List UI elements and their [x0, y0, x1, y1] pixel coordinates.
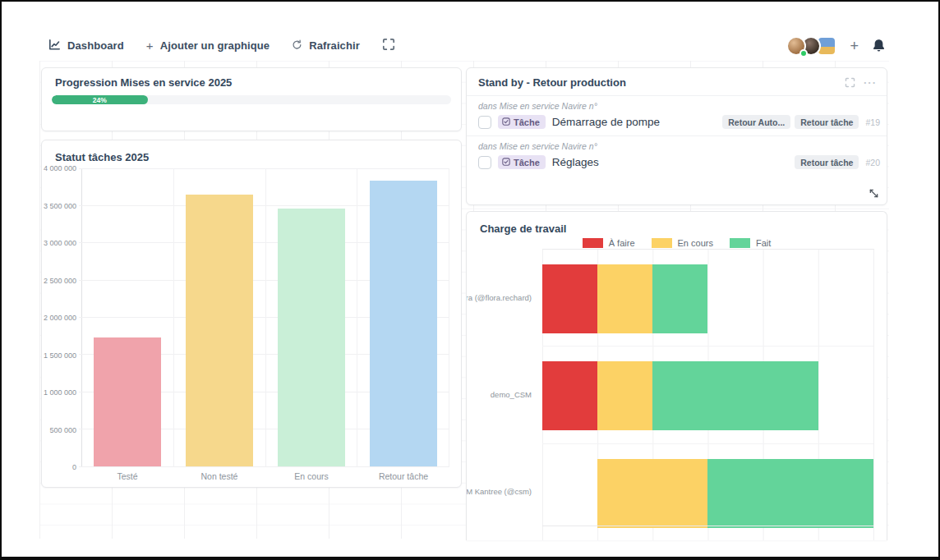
task-context: dans Mise en service Navire n° [478, 141, 880, 151]
legend-item--faire[interactable]: À faire [583, 238, 635, 248]
standby-card-header: Stand by - Retour production ··· [467, 68, 887, 95]
workload-chart-title: Charge de travail [480, 223, 567, 235]
add-chart-label: Ajouter un graphique [160, 39, 270, 52]
workload-row-labels: Flora (@flora.rechard)demo_CSMCSM Kantre… [467, 249, 542, 540]
legend-label: À faire [609, 238, 635, 248]
plus-icon: + [146, 39, 154, 52]
avatar-group[interactable] [786, 36, 836, 56]
app-window: Dashboard + Ajouter un graphique Rafraic… [0, 0, 940, 560]
status-chart-card: Statut tâches 2025 4 000 0003 500 0003 0… [41, 140, 462, 488]
y-tick-label: 3 000 000 [44, 239, 76, 247]
card-menu-button[interactable]: ··· [864, 79, 877, 87]
stacked-bar [542, 264, 873, 333]
segment-fait [652, 264, 707, 333]
workload-legend: À faireEn coursFait [467, 238, 887, 248]
task-item: dans Mise en service Navire n° Tâche Rég… [467, 135, 887, 176]
legend-label: En cours [678, 238, 713, 248]
stacked-bar [542, 459, 873, 528]
progress-bar-fill: 24% [52, 95, 148, 104]
row-label-text: Flora (@flora.rechard) [467, 293, 532, 302]
status-chart-y-axis: 4 000 0003 500 0003 000 0002 500 0002 00… [45, 168, 81, 467]
progress-card-title: Progression Mises en service 2025 [55, 76, 451, 89]
y-tick-label: 1 500 000 [44, 351, 76, 360]
segment-en-cours [597, 264, 652, 333]
legend-swatch [583, 238, 603, 248]
segment-fait [652, 361, 818, 430]
task-item: dans Mise en service Navire n° Tâche Dém… [467, 95, 887, 135]
checked-box-icon [502, 158, 510, 168]
row-label-text: demo_CSM [491, 390, 532, 399]
refresh-label: Rafraichir [309, 39, 360, 52]
dashboard-label: Dashboard [67, 39, 124, 52]
progress-card: Progression Mises en service 2025 24% [41, 67, 462, 131]
diagonal-resize-icon [869, 189, 879, 201]
task-type-label: Tâche [514, 158, 540, 168]
stacked-bar [542, 361, 873, 430]
notifications-button[interactable] [872, 39, 886, 53]
task-type-badge: Tâche [498, 155, 546, 169]
row-label-text: CSM Kantree (@csm) [467, 487, 532, 496]
task-title[interactable]: Réglages [552, 156, 599, 168]
checked-box-icon [502, 117, 510, 127]
task-title[interactable]: Démarrage de pompe [552, 116, 660, 128]
legend-label: Fait [756, 238, 771, 248]
y-tick-label: 2 000 000 [44, 314, 76, 322]
x-tick-label: Testé [81, 467, 173, 482]
y-tick-label: 0 [72, 463, 76, 471]
fullscreen-button[interactable] [382, 38, 395, 53]
status-chart-columns [82, 168, 449, 466]
task-checkbox[interactable] [478, 156, 491, 169]
bar-en-cours [278, 209, 345, 466]
workload-chart: Flora (@flora.rechard)demo_CSMCSM Kantre… [467, 249, 887, 540]
workload-chart-card: Charge de travail À faireEn coursFait Fl… [466, 211, 887, 540]
add-member-button[interactable]: + [850, 39, 859, 53]
legend-swatch [730, 238, 750, 248]
y-tick-label: 3 500 000 [44, 202, 76, 210]
y-tick-label: 4 000 000 [44, 164, 76, 172]
progress-bar-track: 24% [52, 95, 451, 104]
bar-retour-t-che [370, 181, 437, 466]
task-tag: Retour Auto... [722, 115, 790, 129]
task-number: #19 [865, 117, 880, 127]
x-tick-label: En cours [265, 467, 357, 482]
task-checkbox[interactable] [478, 116, 491, 129]
chart-column [82, 168, 174, 466]
chart-row [542, 250, 873, 347]
task-tag: Retour tâche [795, 115, 859, 129]
dashboard-button[interactable]: Dashboard [48, 39, 124, 53]
fullscreen-icon [382, 38, 395, 53]
chart-column [266, 168, 358, 466]
status-chart-title: Statut tâches 2025 [55, 151, 149, 163]
segment--faire [542, 361, 597, 430]
y-tick-label: 1 000 000 [44, 388, 76, 397]
card-fullscreen-button[interactable] [845, 77, 855, 88]
toolbar: Dashboard + Ajouter un graphique Rafraic… [48, 38, 395, 53]
status-chart-x-labels: TestéNon testéEn coursRetour tâche [81, 467, 449, 482]
online-status-dot [799, 49, 808, 57]
x-tick-label: Retour tâche [357, 467, 449, 482]
x-tick-label: Non testé [173, 467, 265, 482]
row-label: Flora (@flora.rechard) [467, 249, 542, 346]
chart-column [357, 168, 449, 466]
status-chart: 4 000 0003 500 0003 000 0002 500 0002 00… [45, 168, 449, 482]
task-type-badge: Tâche [498, 115, 546, 129]
card-resize-handle[interactable] [869, 188, 879, 199]
task-context: dans Mise en service Navire n° [478, 101, 880, 111]
segment-en-cours [597, 361, 652, 430]
legend-item-en-cours[interactable]: En cours [652, 238, 713, 248]
y-tick-label: 2 500 000 [44, 277, 76, 285]
add-chart-button[interactable]: + Ajouter un graphique [146, 39, 270, 52]
bar-offset-spacer [542, 459, 597, 528]
legend-item-fait[interactable]: Fait [730, 238, 771, 248]
refresh-button[interactable]: Rafraichir [292, 39, 360, 53]
row-label: demo_CSM [467, 346, 542, 443]
task-number: #20 [865, 158, 880, 168]
row-label: CSM Kantree (@csm) [467, 443, 542, 540]
workload-x-axis-line [542, 526, 873, 526]
segment-en-cours [597, 459, 707, 528]
legend-swatch [652, 238, 672, 248]
workload-chart-plot [542, 249, 874, 540]
y-tick-label: 500 000 [49, 426, 76, 434]
toolbar-right: + [786, 36, 886, 56]
refresh-icon [292, 39, 302, 53]
